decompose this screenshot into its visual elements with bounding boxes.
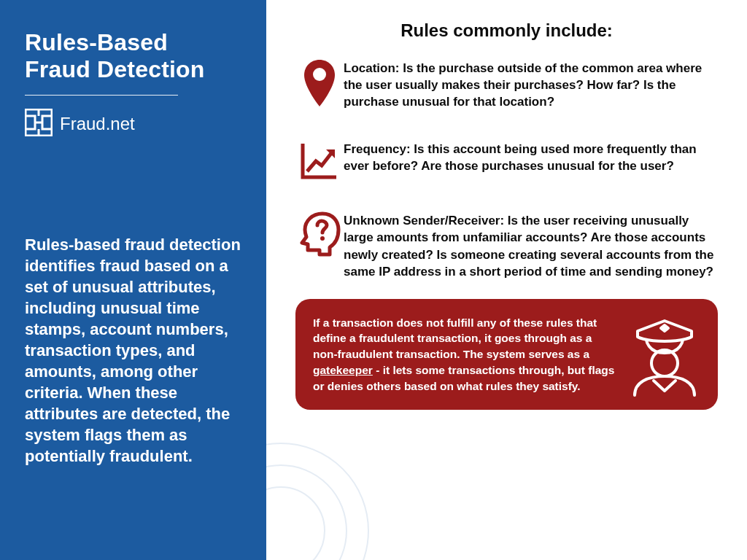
main-content: Rules commonly include: Location: Is the… (266, 0, 747, 560)
rule-text: Unknown Sender/Receiver: Is the user rec… (344, 211, 718, 279)
page-title: Rules-Based Fraud Detection (25, 29, 241, 83)
chart-up-icon (295, 139, 344, 182)
rule-text: Location: Is the purchase outside of the… (344, 58, 718, 110)
rules-heading: Rules commonly include: (295, 20, 718, 41)
rule-text: Frequency: Is this account being used mo… (344, 139, 718, 174)
question-head-icon (295, 211, 344, 257)
callout-text: If a transaction does not fulfill any of… (313, 315, 616, 394)
title-line2: Fraud Detection (25, 56, 205, 82)
sidebar-description: Rules-based fraud detection identifies f… (25, 234, 241, 467)
rule-item: Frequency: Is this account being used mo… (295, 139, 718, 182)
sidebar: Rules-Based Fraud Detection Fraud.net Ru… (0, 0, 266, 560)
divider (25, 95, 178, 96)
brand-name: Fraud.net (60, 114, 135, 134)
callout-keyword: gatekeeper (313, 364, 373, 376)
callout-box: If a transaction does not fulfill any of… (295, 299, 718, 410)
location-pin-icon (295, 58, 344, 109)
officer-icon (624, 309, 705, 400)
callout-pre: If a transaction does not fulfill any of… (313, 316, 597, 360)
brand-logo: Fraud.net (25, 109, 241, 139)
svg-point-4 (313, 68, 326, 81)
rule-item: Unknown Sender/Receiver: Is the user rec… (295, 211, 718, 279)
rule-item: Location: Is the purchase outside of the… (295, 58, 718, 110)
svg-point-5 (320, 236, 325, 241)
maze-logo-icon (25, 109, 53, 139)
title-line1: Rules-Based (25, 29, 168, 55)
